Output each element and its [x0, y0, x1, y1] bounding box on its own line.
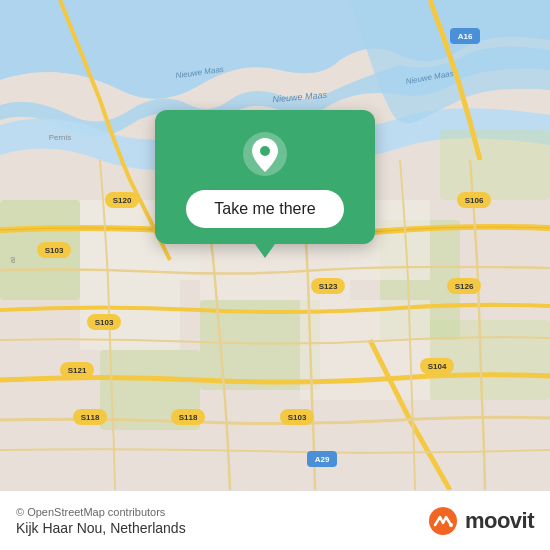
svg-text:S106: S106 [465, 196, 484, 205]
moovit-logo: moovit [427, 505, 534, 537]
bottom-bar: © OpenStreetMap contributors Kijk Haar N… [0, 490, 550, 550]
svg-text:S120: S120 [113, 196, 132, 205]
svg-text:S123: S123 [319, 282, 338, 291]
location-name: Kijk Haar Nou, Netherlands [16, 520, 186, 536]
moovit-text: moovit [465, 508, 534, 534]
svg-point-47 [449, 523, 453, 527]
copyright-text: © OpenStreetMap contributors [16, 506, 186, 518]
map-pin-icon [241, 130, 289, 178]
svg-text:A29: A29 [315, 455, 330, 464]
svg-text:S121: S121 [68, 366, 87, 375]
svg-text:S126: S126 [455, 282, 474, 291]
map-background: S120 S103 S103 S121 S118 S118 S103 S123 … [0, 0, 550, 490]
svg-text:S103: S103 [45, 246, 64, 255]
moovit-icon [427, 505, 459, 537]
svg-text:S118: S118 [179, 413, 198, 422]
take-me-there-button[interactable]: Take me there [186, 190, 343, 228]
svg-text:ai: ai [8, 257, 17, 263]
svg-text:S104: S104 [428, 362, 447, 371]
svg-text:S118: S118 [81, 413, 100, 422]
svg-point-45 [260, 146, 270, 156]
svg-rect-6 [440, 130, 550, 200]
location-popup: Take me there [155, 110, 375, 244]
svg-text:S103: S103 [95, 318, 114, 327]
svg-text:Pernis: Pernis [49, 133, 72, 142]
svg-text:S103: S103 [288, 413, 307, 422]
svg-text:A16: A16 [458, 32, 473, 41]
map-container: S120 S103 S103 S121 S118 S118 S103 S123 … [0, 0, 550, 490]
